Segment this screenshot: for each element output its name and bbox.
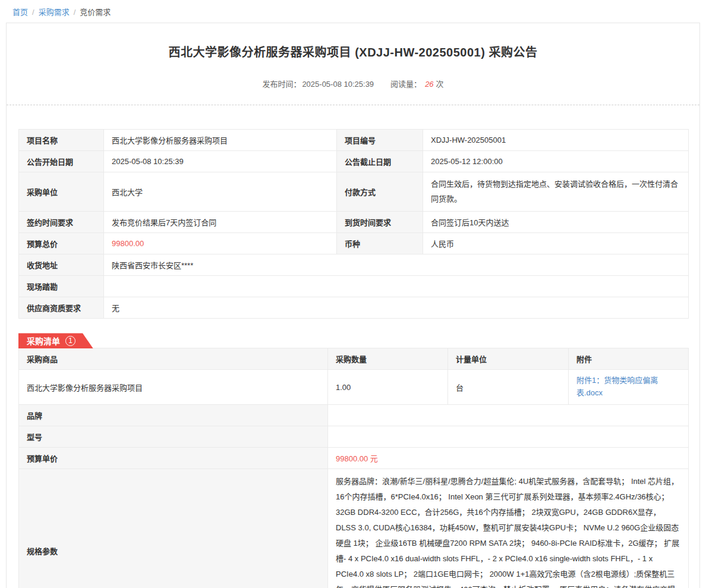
info-label-cell: 公告开始日期 xyxy=(19,151,104,172)
info-label-cell: 采购单位 xyxy=(19,172,104,212)
page-title: 西北大学影像分析服务器采购项目 (XDJJ-HW-202505001) 采购公告 xyxy=(7,43,699,60)
info-label-cell: 现场踏勘 xyxy=(19,276,104,297)
info-value-cell: 无 xyxy=(104,297,689,319)
info-label-cell: 收货地址 xyxy=(19,254,104,276)
table-row: 采购单位 西北大学 付款方式 合同生效后，待货物到达指定地点、安装调试验收合格后… xyxy=(19,172,689,212)
brand-label-cell: 品牌 xyxy=(19,404,328,426)
attachment-link[interactable]: 附件1：货物类响应偏离表.docx xyxy=(576,376,658,397)
read-count-label: 阅读量： xyxy=(390,80,421,89)
purchase-list-badge-label: 采购清单 xyxy=(27,335,60,347)
breadcrumb-home-link[interactable]: 首页 xyxy=(12,8,28,17)
announcement-card: 西北大学影像分析服务器采购项目 (XDJJ-HW-202505001) 采购公告… xyxy=(6,23,700,588)
table-row: 预算单价 99800.00 元 xyxy=(19,447,689,468)
info-label-cell: 项目名称 xyxy=(19,130,104,151)
dashed-divider xyxy=(7,105,699,105)
project-info-table: 项目名称 西北大学影像分析服务器采购项目 项目编号 XDJJ-HW-202505… xyxy=(18,129,689,319)
model-label-cell: 型号 xyxy=(19,426,328,447)
table-row: 现场踏勘 xyxy=(19,276,689,297)
product-row: 西北大学影像分析服务器采购项目 1.00 台 附件1：货物类响应偏离表.docx xyxy=(19,370,689,405)
publish-time-value: 2025-05-08 10:25:39 xyxy=(302,80,374,89)
column-header-attachment: 附件 xyxy=(569,348,689,370)
breadcrumb-separator: / xyxy=(74,8,76,17)
info-value-cell: 合同签订后10天内送达 xyxy=(423,212,689,233)
table-row: 规格参数 服务器品牌：浪潮/新华三/丽科星/思腾合力/超益集伦; 4U机架式服务… xyxy=(19,468,689,588)
column-header-product: 采购商品 xyxy=(19,348,328,370)
table-row: 供应商资质要求 无 xyxy=(19,297,689,319)
table-row: 项目名称 西北大学影像分析服务器采购项目 项目编号 XDJJ-HW-202505… xyxy=(19,130,689,151)
info-value-cell: 人民币 xyxy=(423,233,689,254)
attachment-cell: 附件1：货物类响应偏离表.docx xyxy=(569,370,689,405)
info-value-cell: 2025-05-12 12:00:00 xyxy=(423,151,689,172)
column-header-unit: 计量单位 xyxy=(448,348,569,370)
column-header-quantity: 采购数量 xyxy=(328,348,448,370)
read-count-value: 26 xyxy=(425,80,433,89)
info-value-cell: 西北大学影像分析服务器采购项目 xyxy=(104,130,337,151)
table-row: 型号 xyxy=(19,426,689,447)
spec-value-cell: 服务器品牌：浪潮/新华三/丽科星/思腾合力/超益集伦; 4U机架式服务器，含配套… xyxy=(328,468,689,588)
spec-label-cell: 规格参数 xyxy=(19,468,328,588)
brand-value-cell xyxy=(328,404,689,426)
purchase-list-count-badge: 1 xyxy=(65,336,75,346)
info-value-cell: 陕西省西安市长安区**** xyxy=(104,254,689,276)
table-row: 预算总价 99800.00 币种 人民币 xyxy=(19,233,689,254)
breadcrumb-procurement-link[interactable]: 采购需求 xyxy=(39,8,70,17)
info-label-cell: 签约时间要求 xyxy=(19,212,104,233)
unit-price-label-cell: 预算单价 xyxy=(19,447,328,468)
model-value-cell xyxy=(328,426,689,447)
publish-time-label: 发布时间： xyxy=(262,80,301,89)
purchase-list-section: 采购清单 1 采购商品 采购数量 计量单位 附件 西北大学影像分析服务器采购项目… xyxy=(7,333,699,588)
info-value-cell: 合同生效后，待货物到达指定地点、安装调试验收合格后，一次性付清合同货款。 xyxy=(423,172,689,212)
info-value-cell xyxy=(104,276,689,297)
read-count-unit: 次 xyxy=(436,80,444,89)
info-value-cell: 西北大学 xyxy=(104,172,337,212)
info-value-cell: XDJJ-HW-202505001 xyxy=(423,130,689,151)
unit-cell: 台 xyxy=(448,370,569,405)
breadcrumb-current: 竞价需求 xyxy=(80,8,111,17)
table-header-row: 采购商品 采购数量 计量单位 附件 xyxy=(19,348,689,370)
info-label-cell: 公告截止日期 xyxy=(337,151,423,172)
info-label-cell: 预算总价 xyxy=(19,233,104,254)
info-label-cell: 币种 xyxy=(337,233,423,254)
breadcrumb-separator: / xyxy=(32,8,34,17)
breadcrumb: 首页/采购需求/竞价需求 xyxy=(0,0,706,23)
info-label-cell: 到货时间要求 xyxy=(337,212,423,233)
quantity-cell: 1.00 xyxy=(328,370,448,405)
info-value-cell: 发布竞价结果后7天内签订合同 xyxy=(104,212,337,233)
purchase-list-badge: 采购清单 1 xyxy=(18,333,93,348)
unit-price-value-cell: 99800.00 元 xyxy=(328,447,689,468)
budget-total-value: 99800.00 xyxy=(104,233,337,254)
table-row: 公告开始日期 2025-05-08 10:25:39 公告截止日期 2025-0… xyxy=(19,151,689,172)
table-row: 收货地址 陕西省西安市长安区**** xyxy=(19,254,689,276)
info-label-cell: 付款方式 xyxy=(337,172,423,212)
table-row: 签约时间要求 发布竞价结果后7天内签订合同 到货时间要求 合同签订后10天内送达 xyxy=(19,212,689,233)
product-name-cell: 西北大学影像分析服务器采购项目 xyxy=(19,370,328,405)
info-label-cell: 项目编号 xyxy=(337,130,423,151)
purchase-list-table: 采购商品 采购数量 计量单位 附件 西北大学影像分析服务器采购项目 1.00 台… xyxy=(18,348,689,588)
table-row: 品牌 xyxy=(19,404,689,426)
info-value-cell: 2025-05-08 10:25:39 xyxy=(104,151,337,172)
meta-line: 发布时间：2025-05-08 10:25:39阅读量：26次 xyxy=(7,78,699,89)
info-label-cell: 供应商资质要求 xyxy=(19,297,104,319)
